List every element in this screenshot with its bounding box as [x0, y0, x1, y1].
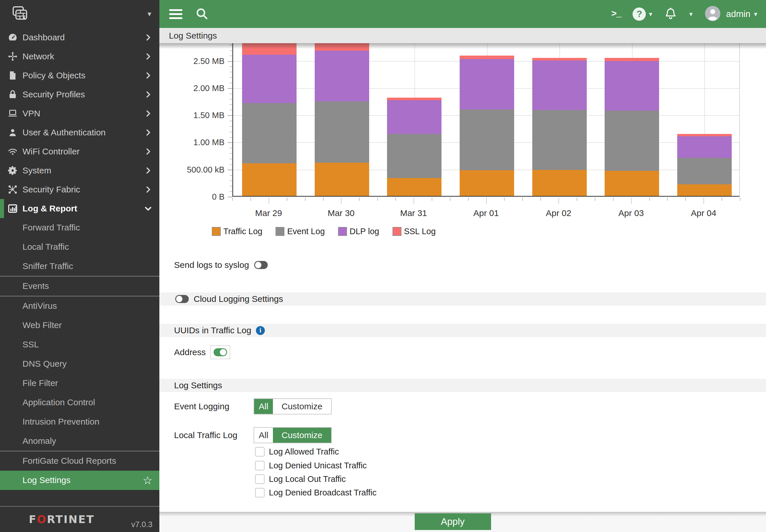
- checkbox-log-local-out-traffic[interactable]: [255, 474, 264, 484]
- legend-item-event-log[interactable]: Event Log: [275, 227, 325, 236]
- sidebar-item-network[interactable]: Network: [0, 47, 159, 66]
- bar-segment-dlp-log: [532, 60, 587, 110]
- sidebar-item-anomaly[interactable]: Anomaly: [0, 431, 159, 451]
- sidebar-header[interactable]: ▾: [0, 0, 159, 28]
- sidebar-item-system[interactable]: System: [0, 161, 159, 180]
- option-customize[interactable]: Customize: [273, 428, 331, 443]
- legend-item-ssl-log[interactable]: SSL Log: [393, 227, 436, 236]
- sidebar-item-antivirus[interactable]: AntiVirus: [0, 296, 159, 316]
- log-settings-section: Log Settings: [159, 379, 766, 392]
- bar-segment-traffic-log: [605, 171, 659, 196]
- x-axis-tick: [667, 198, 668, 201]
- favorite-star-icon[interactable]: ☆: [143, 474, 152, 487]
- syslog-row: Send logs to syslog: [174, 257, 268, 273]
- bar-segment-event-log: [387, 134, 442, 178]
- bar-segment-ssl-log: [532, 58, 587, 60]
- y-axis-minor-tick: [230, 180, 232, 181]
- address-toggle[interactable]: [213, 348, 227, 356]
- stacked-bar-apr-02: [532, 58, 587, 196]
- sidebar-item-intrusion-prevention[interactable]: Intrusion Prevention: [0, 412, 159, 431]
- syslog-toggle[interactable]: [254, 261, 268, 269]
- x-axis-tick: [613, 198, 614, 201]
- x-axis-label: Apr 01: [450, 208, 523, 218]
- apply-button[interactable]: Apply: [415, 513, 491, 530]
- x-axis-tick: [559, 198, 559, 204]
- chevron-down-icon: ▾: [754, 10, 757, 18]
- chevron-right-icon: [144, 109, 152, 118]
- sidebar-item-user-authentication[interactable]: User & Authentication: [0, 123, 159, 142]
- vdom-caret-icon[interactable]: ▾: [689, 10, 693, 18]
- sidebar-item-file-filter[interactable]: File Filter: [0, 374, 159, 393]
- sidebar-item-dashboard[interactable]: Dashboard: [0, 28, 159, 47]
- footer-bar: Apply: [159, 512, 766, 532]
- uuid-section: UUIDs in Traffic Log i: [159, 324, 766, 337]
- checkbox-log-denied-unicast-traffic[interactable]: [255, 461, 264, 470]
- y-axis-minor-tick: [230, 159, 232, 159]
- checkbox-log-allowed-traffic[interactable]: [255, 447, 264, 457]
- option-all[interactable]: All: [254, 428, 273, 443]
- legend-item-dlp-log[interactable]: DLP log: [338, 227, 379, 236]
- sidebar-item-fortigate-cloud-reports[interactable]: FortiGate Cloud Reports: [0, 451, 159, 471]
- fortinet-logo: FORTINET: [29, 513, 94, 526]
- x-axis-tick: [540, 198, 541, 201]
- x-axis-tick: [468, 198, 469, 201]
- bar-segment-event-log: [315, 101, 369, 163]
- help-menu[interactable]: ? ▾: [633, 7, 652, 21]
- sidebar-item-local-traffic[interactable]: Local Traffic: [0, 237, 159, 257]
- sidebar-item-log-settings[interactable]: Log Settings☆: [0, 471, 159, 490]
- bar-segment-traffic-log: [460, 170, 514, 196]
- cloud-logging-toggle[interactable]: [175, 295, 189, 303]
- y-axis-minor-tick: [230, 104, 232, 105]
- chevron-right-icon: [144, 33, 152, 42]
- y-axis-minor-tick: [230, 99, 232, 100]
- y-axis-major-tick: [228, 88, 232, 89]
- stacked-bar-mar-29: [242, 43, 296, 196]
- checkbox-log-denied-broadcast-traffic[interactable]: [255, 488, 264, 497]
- sidebar-item-ssl[interactable]: SSL: [0, 335, 159, 354]
- sidebar-item-events[interactable]: Events: [0, 277, 159, 296]
- bar-segment-traffic-log: [242, 163, 296, 196]
- sidebar-item-sniffer-traffic[interactable]: Sniffer Traffic: [0, 257, 159, 276]
- sidebar-item-wifi-controller[interactable]: WiFi Controller: [0, 142, 159, 161]
- search-icon[interactable]: [195, 7, 208, 21]
- bar-segment-dlp-log: [242, 55, 296, 103]
- bar-segment-ssl-log: [460, 56, 514, 59]
- y-axis-major-tick: [228, 61, 232, 62]
- y-axis-tick-label: 1.50 MB: [159, 110, 228, 120]
- sidebar-item-vpn[interactable]: VPN: [0, 104, 159, 123]
- firmware-version: v7.0.3: [131, 520, 152, 529]
- sidebar-item-application-control[interactable]: Application Control: [0, 393, 159, 412]
- admin-menu[interactable]: admin ▾: [704, 5, 757, 23]
- sidebar-footer: FORTINET v7.0.3: [0, 506, 159, 532]
- x-axis-tick: [740, 198, 740, 201]
- checkbox-row-log-local-out-traffic: Log Local Out Traffic: [255, 473, 346, 485]
- bell-icon[interactable]: [664, 7, 678, 22]
- sidebar-item-dns-query[interactable]: DNS Query: [0, 354, 159, 374]
- sidebar-item-web-filter[interactable]: Web Filter: [0, 316, 159, 335]
- cli-console-icon[interactable]: >_: [611, 9, 621, 19]
- stacked-bar-apr-04: [677, 134, 732, 196]
- sidebar-item-security-profiles[interactable]: Security Profiles: [0, 85, 159, 104]
- menu-icon[interactable]: [169, 9, 182, 19]
- chevron-right-icon: [144, 128, 152, 137]
- sidebar-item-security-fabric[interactable]: Security Fabric: [0, 180, 159, 199]
- y-axis-minor-tick: [230, 148, 232, 148]
- chevron-right-icon: [144, 52, 152, 61]
- info-icon[interactable]: i: [256, 326, 265, 335]
- legend-item-traffic-log[interactable]: Traffic Log: [212, 227, 262, 236]
- admin-username: admin: [726, 9, 750, 19]
- sidebar-item-policy-objects[interactable]: Policy & Objects: [0, 66, 159, 85]
- stacked-bar-apr-01: [460, 56, 514, 196]
- x-axis-tick: [305, 198, 305, 201]
- gear-icon: [7, 165, 22, 176]
- x-axis-tick: [703, 198, 704, 204]
- stacked-bar-mar-31: [387, 98, 442, 196]
- event-logging-label: Event Logging: [174, 402, 253, 411]
- x-axis-tick: [595, 198, 595, 201]
- sidebar-item-forward-traffic[interactable]: Forward Traffic: [0, 218, 159, 237]
- log-usage-chart: 0 B500.00 kB1.00 MB1.50 MB2.00 MB2.50 MB…: [159, 43, 766, 242]
- option-all[interactable]: All: [254, 399, 273, 414]
- sidebar-item-log-report[interactable]: Log & Report: [0, 199, 159, 218]
- option-customize[interactable]: Customize: [273, 399, 331, 414]
- y-axis-minor-tick: [230, 186, 232, 186]
